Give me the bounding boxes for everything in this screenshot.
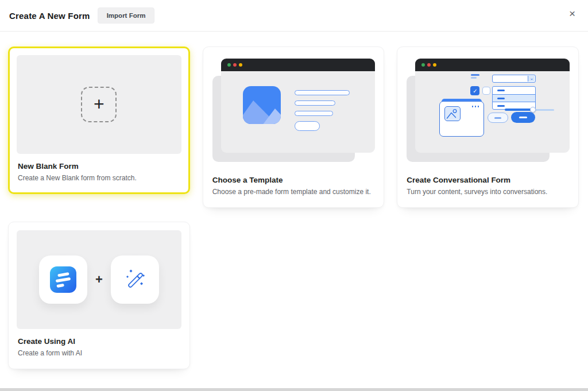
select-dropdown: ⌄ [492,75,536,83]
image-window [439,101,484,137]
fluentforms-logo-icon [50,266,76,293]
checkbox-checked-icon: ✓ [470,86,479,95]
ai-preview: + [17,230,181,329]
checkbox-unchecked-icon [482,87,490,95]
page-title: Create A New Form [9,11,90,21]
image-placeholder-icon [444,106,461,121]
ellipsis-icon [472,106,479,107]
plus-icon: + [95,272,103,287]
blank-form-preview: + [17,55,181,154]
options-list [492,86,536,110]
button-pill-filled [511,112,535,123]
modal-header: Create A New Form Import Form × [0,0,588,32]
close-icon[interactable]: × [567,7,578,20]
browser-titlebar [221,59,376,71]
conversational-preview: ✓ ⌄ [405,55,570,168]
import-form-button[interactable]: Import Form [98,7,155,24]
text-lines-group [295,86,350,131]
card-description: Turn your content, surveys into conversa… [407,188,569,196]
text-line-bar [295,111,333,116]
dot-yellow-icon [239,63,242,67]
viewport-bottom-edge [0,388,588,391]
template-preview [211,55,376,168]
card-grid: + New Blank Form Create a New Blank form… [0,32,588,369]
image-window-pane [439,101,484,137]
card-description: Create a form with AI [18,349,180,357]
card-title: New Blank Form [18,162,180,171]
button-pill-outline [488,113,508,123]
option-row [493,87,535,94]
dot-red-icon [233,63,237,67]
chevron-down-icon: ⌄ [528,76,535,82]
magic-wand-tile [111,255,159,304]
button-pill [295,121,320,131]
card-create-ai[interactable]: + Create Using A [8,222,190,369]
option-row-selected [493,94,535,102]
browser-titlebar [415,59,570,71]
card-conversational-form[interactable]: ✓ ⌄ [397,47,579,208]
card-description: Create a New Blank form from scratch. [18,174,180,182]
dot-yellow-icon [433,63,436,67]
image-icon [243,86,281,124]
text-lines-icon [471,74,479,79]
browser-body: ✓ ⌄ [415,71,570,153]
dot-green-icon [421,63,425,67]
dashed-plus-box: + [81,87,117,122]
dot-green-icon [227,63,231,67]
browser-mockup [221,59,376,153]
text-line-bar [295,90,350,95]
fluentforms-logo-tile [39,255,87,304]
plus-icon: + [94,95,105,113]
create-form-modal: Create A New Form Import Form × + New Bl… [0,0,588,369]
magic-wand-icon [122,266,148,293]
card-choose-template[interactable]: Choose a Template Choose a pre-made form… [203,47,385,208]
card-new-blank-form[interactable]: + New Blank Form Create a New Blank form… [8,47,190,194]
card-description: Choose a pre-made form template and cust… [212,188,375,196]
card-title: Create Using AI [18,337,180,346]
text-line-bar [295,100,335,106]
browser-body [221,71,376,153]
dot-red-icon [427,63,431,67]
card-title: Choose a Template [212,176,375,184]
browser-mockup: ✓ ⌄ [415,59,570,153]
card-title: Create Conversational Form [407,176,569,184]
